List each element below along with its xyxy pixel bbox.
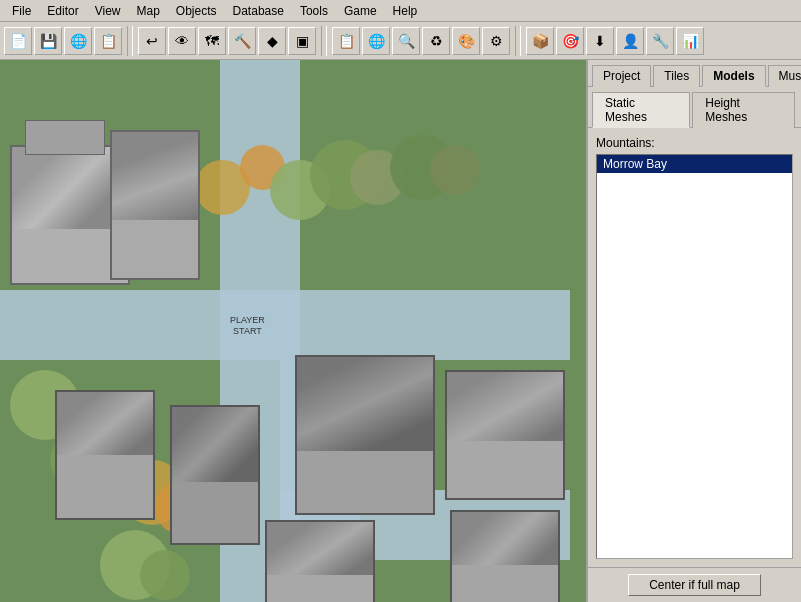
package-button[interactable]: 📦 xyxy=(526,27,554,55)
target-button[interactable]: 🎯 xyxy=(556,27,584,55)
diamond-button[interactable]: ◆ xyxy=(258,27,286,55)
palette-button[interactable]: 🎨 xyxy=(452,27,480,55)
list-item-morrow-bay[interactable]: Morrow Bay xyxy=(597,155,792,173)
sep3 xyxy=(515,26,521,56)
menu-view[interactable]: View xyxy=(87,2,129,20)
building-top-center xyxy=(110,130,200,280)
sub-tab-static-meshes[interactable]: Static Meshes xyxy=(592,92,690,128)
building-center xyxy=(295,355,435,515)
panel-footer: Center if full map xyxy=(588,567,801,602)
menu-tools[interactable]: Tools xyxy=(292,2,336,20)
section-label: Mountains: xyxy=(596,136,793,150)
building-right-top xyxy=(445,370,565,500)
user-button[interactable]: 👤 xyxy=(616,27,644,55)
menu-database[interactable]: Database xyxy=(225,2,292,20)
close-button[interactable]: 📋 xyxy=(94,27,122,55)
menu-map[interactable]: Map xyxy=(129,2,168,20)
tree-7 xyxy=(430,145,480,195)
main-tab-row: Project Tiles Models Music xyxy=(588,60,801,87)
sep1 xyxy=(127,26,133,56)
chart-button[interactable]: 📊 xyxy=(676,27,704,55)
build-button[interactable]: 🔨 xyxy=(228,27,256,55)
building-bottom-center-left xyxy=(170,405,260,545)
open-button[interactable]: 🌐 xyxy=(64,27,92,55)
tab-tiles[interactable]: Tiles xyxy=(653,65,700,87)
menu-help[interactable]: Help xyxy=(385,2,426,20)
sub-tab-height-meshes[interactable]: Height Meshes xyxy=(692,92,795,128)
tree-13 xyxy=(140,550,190,600)
refresh-button[interactable]: ♻ xyxy=(422,27,450,55)
download-button[interactable]: ⬇ xyxy=(586,27,614,55)
right-panel: Project Tiles Models Music Static Meshes… xyxy=(586,60,801,602)
building-topleft-annex xyxy=(25,120,105,155)
tab-project[interactable]: Project xyxy=(592,65,651,87)
search-button[interactable]: 🔍 xyxy=(392,27,420,55)
globe-button[interactable]: 🌐 xyxy=(362,27,390,55)
menu-file[interactable]: File xyxy=(4,2,39,20)
map-button[interactable]: 🗺 xyxy=(198,27,226,55)
undo-button[interactable]: ↩ xyxy=(138,27,166,55)
toolbar: 📄 💾 🌐 📋 ↩ 👁 🗺 🔨 ◆ ▣ 📋 🌐 🔍 ♻ 🎨 ⚙ 📦 🎯 ⬇ 👤 … xyxy=(0,22,801,60)
map-viewport[interactable]: PLAYERSTART xyxy=(0,60,586,602)
center-if-full-map-button[interactable]: Center if full map xyxy=(628,574,761,596)
road-horizontal-main xyxy=(0,290,570,360)
building-bottom xyxy=(265,520,375,602)
new-button[interactable]: 📄 xyxy=(4,27,32,55)
settings-button[interactable]: ⚙ xyxy=(482,27,510,55)
tab-models[interactable]: Models xyxy=(702,65,765,87)
main-layout: PLAYERSTART Project Tiles Models Music S… xyxy=(0,60,801,602)
save-button[interactable]: 💾 xyxy=(34,27,62,55)
view-button[interactable]: 👁 xyxy=(168,27,196,55)
doc-button[interactable]: 📋 xyxy=(332,27,360,55)
tab-music[interactable]: Music xyxy=(768,65,801,87)
building-bottom-left xyxy=(55,390,155,520)
sep2 xyxy=(321,26,327,56)
building-bottom-right xyxy=(450,510,560,602)
mountains-list[interactable]: Morrow Bay xyxy=(596,154,793,559)
menu-game[interactable]: Game xyxy=(336,2,385,20)
menubar: File Editor View Map Objects Database To… xyxy=(0,0,801,22)
panel-content: Mountains: Morrow Bay xyxy=(588,128,801,567)
map-canvas: PLAYERSTART xyxy=(0,60,586,602)
sub-tab-row: Static Meshes Height Meshes xyxy=(588,87,801,128)
rect-button[interactable]: ▣ xyxy=(288,27,316,55)
player-start-label: PLAYERSTART xyxy=(230,315,265,337)
wrench-button[interactable]: 🔧 xyxy=(646,27,674,55)
menu-objects[interactable]: Objects xyxy=(168,2,225,20)
menu-editor[interactable]: Editor xyxy=(39,2,86,20)
